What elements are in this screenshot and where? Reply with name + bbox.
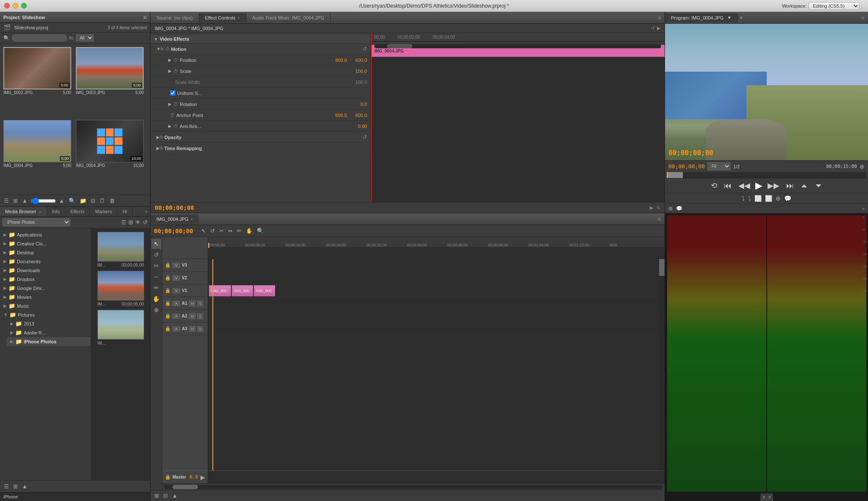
rotation-toggle[interactable]: ▶ (168, 102, 172, 106)
media-preview-item[interactable]: IM... 00;00;05;00 (95, 232, 147, 267)
ec-panel-menu[interactable]: ≡ (658, 14, 661, 21)
media-thumb-image[interactable] (97, 232, 144, 262)
a2-lock-icon[interactable]: 🔒 (165, 313, 171, 319)
position-y-value[interactable]: 600.0 (355, 58, 367, 63)
list-view-btn[interactable]: ☰ (3, 197, 10, 205)
tab-effect-controls[interactable]: Effect Controls × (199, 13, 246, 22)
thumbnail-image[interactable]: 5;00 (3, 47, 71, 89)
transport-play-btn[interactable]: ▶ (755, 180, 762, 191)
new-item-btn[interactable]: 🗒 (98, 197, 106, 205)
a3-lock-icon[interactable]: 🔒 (165, 326, 171, 331)
motion-reset-icon[interactable]: ↺ (362, 46, 367, 52)
prog-lift-btn[interactable]: ⬜ (754, 195, 762, 202)
prog-overlay-btn[interactable]: ⤵ (748, 195, 751, 202)
tl-arrow-up-btn[interactable]: ▲ (171, 492, 179, 500)
media-hover-icon[interactable]: 👁 (135, 219, 141, 225)
ec-timecode-display[interactable]: 00;00;00;00 (155, 204, 194, 211)
motion-toggle[interactable]: ▼ (156, 47, 161, 51)
thumbnail-image[interactable]: 5;00 (3, 120, 71, 162)
program-panel-menu[interactable]: ≡ (861, 14, 865, 21)
tl-track-row-v3[interactable] (208, 259, 659, 272)
thumbnail-image[interactable]: 5;00 (76, 47, 144, 89)
v1-lock-icon[interactable]: 🔒 (165, 288, 171, 293)
tab-timeline[interactable]: IMG_0004.JPG × (150, 214, 199, 224)
anchor-point-row[interactable]: ⏱ Anchor Point 800.0 600.0 (150, 110, 370, 121)
thumbnail-item[interactable]: 15;00 IMG_0004.JPG 15;00 (76, 120, 147, 191)
project-panel-menu[interactable]: ≡ (143, 14, 147, 21)
program-dropdown-icon[interactable]: ▼ (727, 15, 732, 20)
tl-hand-tool[interactable]: ✋ (245, 227, 254, 235)
opacity-toggle[interactable]: ▶ (156, 135, 160, 139)
transport-next-btn[interactable]: ▶▶ (766, 180, 781, 191)
time-remap-row[interactable]: ▶ fx Time Remapping (150, 143, 370, 154)
position-toggle[interactable]: ▶ (168, 58, 172, 62)
ec-scroll-thumb[interactable] (387, 44, 412, 48)
a1-solo-btn[interactable]: S (197, 301, 203, 306)
v3-toggle[interactable]: V (172, 263, 180, 268)
close-button[interactable] (4, 3, 10, 8)
time-remap-toggle[interactable]: ▶ (156, 146, 160, 150)
tl-panel-menu[interactable]: ≡ (658, 216, 661, 223)
in-select[interactable]: All (76, 34, 94, 42)
a1-toggle[interactable]: A (172, 301, 180, 306)
tl-ruler[interactable]: 00;00;00 00;00;08;00 00;00;16;00 00;00;2… (208, 237, 665, 259)
prog-comment-btn[interactable]: 💬 (784, 195, 791, 202)
master-send-icon[interactable]: ▶ (200, 474, 205, 481)
a2-solo-btn[interactable]: S (197, 313, 203, 319)
ec-play-icon[interactable]: ▶ (650, 205, 653, 211)
tab-audio-mixer[interactable]: Audio Track Mixer: IMG_0004.JPG (246, 13, 331, 22)
motion-row[interactable]: ▼ fx ⏱ Motion ↺ (150, 44, 370, 55)
tree-item-downloads[interactable]: ▶ 📁 Downloads (0, 266, 91, 275)
workspace-select[interactable]: Editing (CS5.5) (809, 2, 860, 10)
tl-track-row-v2[interactable] (208, 272, 659, 284)
uniform-scale-row[interactable]: Uniform S... (150, 88, 370, 99)
tl-clip-3[interactable]: IMG_00C (254, 285, 275, 296)
tl-tab-close-icon[interactable]: × (191, 217, 193, 221)
media-grid-btn[interactable]: ⊞ (12, 482, 19, 490)
tree-item-googledrive[interactable]: ▶ 📁 Google Driv... (0, 284, 91, 292)
tab-media-browser[interactable]: Media Browser × (0, 207, 47, 216)
rotation-row[interactable]: ▶ ⏱ Rotation 0.0 (150, 99, 370, 110)
meter-label-s2[interactable]: S (767, 495, 772, 499)
tab-info[interactable]: Info (47, 207, 65, 216)
tl-track-row-a2[interactable] (208, 310, 659, 323)
tl-clip-2[interactable]: IMG_00C (232, 285, 253, 296)
anchor-x-value[interactable]: 800.0 (335, 113, 347, 118)
a1-lock-icon[interactable]: 🔒 (165, 301, 171, 306)
media-thumbnail-view-btn[interactable]: ⊞ (128, 219, 133, 225)
v3-lock-icon[interactable]: 🔒 (165, 262, 171, 268)
tab-program[interactable]: Program: IMG_0004.JPG ▼ (665, 13, 738, 22)
search-input[interactable] (12, 34, 67, 42)
tl-track-row-v1[interactable]: IMG_00C IMG_00C IMG_00C (208, 284, 659, 297)
v1-toggle[interactable]: V (172, 288, 180, 293)
a3-toggle[interactable]: A (172, 326, 180, 331)
minimize-button[interactable] (13, 3, 18, 8)
tl-track-content[interactable]: IMG_00C IMG_00C IMG_00C (208, 259, 659, 470)
media-refresh-btn[interactable]: ↺ (143, 219, 147, 225)
scale-toggle[interactable]: ▶ (168, 69, 172, 73)
prog-insert-btn[interactable]: ⤵ (742, 195, 745, 202)
media-thumb-image[interactable] (97, 271, 144, 301)
tree-item-adober[interactable]: ▶ 📁 Adobe R... (7, 328, 91, 337)
thumbnail-item[interactable]: 5;00 IMG_0002.JPG 5;00 (3, 47, 74, 118)
tl-scroll-thumb[interactable] (172, 485, 198, 489)
clear-btn[interactable]: ⊟ (89, 197, 97, 205)
antiflicker-row[interactable]: ▶ ⏱ Anti-flick... 0.00 (150, 121, 370, 132)
position-row[interactable]: ▶ ⏱ Position 800.0 600.0 (150, 55, 370, 66)
tree-item-dropbox[interactable]: ▶ 📁 Dropbox (0, 275, 91, 284)
transport-prev-btn[interactable]: ◀◀ (737, 180, 752, 191)
ec-tab-close-icon[interactable]: × (238, 16, 240, 20)
delete-btn[interactable]: 🗑 (108, 197, 116, 205)
tree-item-documents[interactable]: ▶ 📁 Documents (0, 257, 91, 266)
freeform-view-btn[interactable]: ▲ (21, 197, 29, 205)
icon-view-btn[interactable]: ⊞ (12, 197, 19, 205)
a3-solo-btn[interactable]: S (197, 326, 203, 332)
a2-toggle[interactable]: A (172, 314, 180, 319)
video-effects-toggle[interactable]: ▼ (154, 37, 158, 42)
close-icon[interactable]: × (39, 210, 41, 214)
tl-vscroll-thumb[interactable] (659, 259, 665, 276)
rotation-value[interactable]: 0.0 (361, 102, 367, 107)
opacity-row[interactable]: ▶ fx Opacity ↺ (150, 132, 370, 143)
tl-tool-pen[interactable]: ✏ (151, 283, 161, 293)
tl-zoom-tool[interactable]: 🔍 (256, 227, 265, 235)
